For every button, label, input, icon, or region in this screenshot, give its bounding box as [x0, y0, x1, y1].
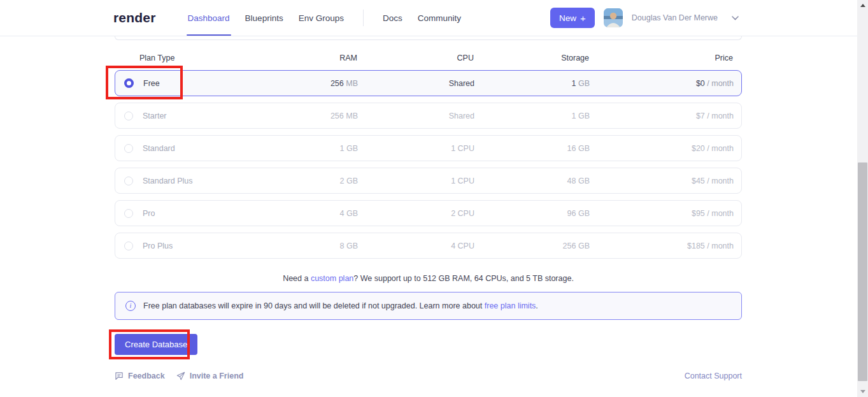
radio-unselected-icon[interactable]	[124, 177, 133, 185]
ram-value: 256	[331, 79, 344, 88]
scrollbar-down-arrow[interactable]	[857, 386, 868, 397]
ram-unit: GB	[346, 209, 358, 218]
info-icon: i	[125, 301, 136, 311]
plan-name: Free	[143, 79, 160, 88]
contact-support-link[interactable]: Contact Support	[685, 372, 742, 380]
cpu-value: Shared	[449, 79, 474, 88]
triangle-down-icon	[860, 390, 865, 393]
scrollbar-up-arrow[interactable]	[857, 0, 868, 11]
invite-friend-label: Invite a Friend	[190, 372, 244, 380]
price-value: $45	[692, 177, 705, 185]
price-unit: / month	[707, 177, 734, 185]
cpu-unit: CPU	[458, 177, 474, 185]
header-storage: Storage	[474, 54, 589, 62]
ram-unit: MB	[346, 112, 358, 120]
storage-value: 96	[567, 209, 576, 218]
plan-row-pro-plus[interactable]: Pro Plus 8 GB 4 CPU 256 GB $185 / month	[115, 233, 742, 259]
price-value: $185	[687, 242, 705, 250]
cpu-value: 4	[451, 242, 455, 250]
ram-unit: GB	[346, 177, 358, 185]
nav-link-docs[interactable]: Docs	[383, 13, 402, 23]
ram-unit: GB	[346, 242, 358, 250]
custom-plan-link[interactable]: custom plan	[311, 274, 353, 283]
plan-row-pro[interactable]: Pro 4 GB 2 CPU 96 GB $95 / month	[115, 200, 742, 226]
avatar-photo-placeholder	[604, 8, 623, 27]
storage-value: 1	[572, 79, 576, 88]
header-cpu: CPU	[357, 54, 474, 62]
new-button[interactable]: New +	[550, 8, 595, 28]
new-button-label: New	[559, 13, 576, 23]
price-value: $7	[696, 112, 705, 120]
radio-unselected-icon[interactable]	[124, 112, 133, 120]
price-value: $0	[696, 79, 705, 88]
storage-value: 48	[567, 177, 576, 185]
plan-row-standard-plus[interactable]: Standard Plus 2 GB 1 CPU 48 GB $45 / mon…	[115, 168, 742, 194]
feedback-label: Feedback	[128, 372, 165, 380]
header-ram: RAM	[243, 54, 357, 62]
plus-icon: +	[580, 13, 586, 24]
cpu-value: Shared	[449, 112, 474, 120]
plan-row-starter[interactable]: Starter 256 MB Shared 1 GB $7 / month	[115, 103, 742, 129]
nav-divider	[363, 10, 364, 26]
custom-plan-prefix: Need a	[283, 274, 311, 283]
header-price: Price	[589, 54, 733, 62]
nav-link-community[interactable]: Community	[418, 13, 461, 23]
price-unit: / month	[707, 209, 734, 218]
banner-text: Free plan databases will expire in 90 da…	[143, 301, 538, 310]
ram-unit: MB	[346, 79, 358, 88]
nav-tab-dashboard[interactable]: Dashboard	[188, 13, 230, 23]
banner-text-period: .	[536, 301, 537, 310]
vertical-scrollbar[interactable]	[857, 0, 868, 397]
radio-unselected-icon[interactable]	[124, 209, 133, 218]
render-logo[interactable]: render	[113, 10, 156, 25]
plan-name: Starter	[143, 112, 167, 120]
free-plan-info-banner: i Free plan databases will expire in 90 …	[115, 292, 742, 320]
storage-unit: GB	[578, 79, 590, 88]
price-value: $95	[692, 209, 705, 218]
cpu-value: 1	[451, 177, 455, 185]
page-footer: Feedback Invite a Friend Contact Support	[115, 372, 742, 380]
scrollbar-thumb[interactable]	[858, 162, 867, 381]
create-database-button[interactable]: Create Database	[115, 334, 197, 355]
custom-plan-suffix: ? We support up to 512 GB RAM, 64 CPUs, …	[353, 274, 574, 283]
header-plan-type: Plan Type	[124, 54, 243, 62]
plan-row-free[interactable]: Free 256 MB Shared 1 GB $0 / month	[115, 70, 742, 96]
storage-value: 256	[563, 242, 576, 250]
plan-row-standard[interactable]: Standard 1 GB 1 CPU 16 GB $20 / month	[115, 135, 742, 161]
invite-friend-button[interactable]: Invite a Friend	[176, 372, 244, 380]
cpu-unit: CPU	[458, 242, 474, 250]
storage-unit: GB	[578, 177, 590, 185]
cpu-value: 1	[451, 144, 455, 153]
triangle-up-icon	[860, 4, 865, 7]
cpu-unit: CPU	[458, 209, 474, 218]
ram-value: 2	[340, 177, 345, 185]
storage-unit: GB	[578, 144, 590, 153]
plan-name: Pro Plus	[143, 242, 173, 250]
price-value: $20	[692, 144, 705, 153]
radio-selected-icon[interactable]	[124, 78, 134, 88]
chevron-down-icon[interactable]	[732, 16, 739, 20]
top-navbar: render Dashboard Blueprints Env Groups D…	[0, 0, 857, 36]
nav-tab-blueprints[interactable]: Blueprints	[245, 13, 283, 23]
radio-unselected-icon[interactable]	[124, 144, 133, 153]
avatar[interactable]	[604, 8, 623, 27]
feedback-button[interactable]: Feedback	[115, 372, 165, 380]
plan-table: Free 256 MB Shared 1 GB $0 / month Start…	[115, 70, 742, 259]
radio-unselected-icon[interactable]	[124, 242, 133, 250]
banner-text-body: Free plan databases will expire in 90 da…	[143, 301, 485, 310]
price-unit: / month	[707, 79, 734, 88]
storage-unit: GB	[578, 112, 590, 120]
cpu-value: 2	[451, 209, 455, 218]
paper-plane-icon	[176, 372, 185, 380]
ram-value: 256	[331, 112, 344, 120]
user-name[interactable]: Douglas Van Der Merwe	[632, 13, 718, 22]
scrolled-card-bottom-edge	[115, 36, 742, 40]
ram-value: 8	[340, 242, 345, 250]
feedback-speech-bubble-icon	[115, 372, 124, 380]
nav-tab-env-groups[interactable]: Env Groups	[299, 13, 344, 23]
custom-plan-note: Need a custom plan? We support up to 512…	[115, 274, 742, 283]
storage-unit: GB	[578, 242, 590, 250]
ram-value: 1	[340, 144, 345, 153]
plan-table-header: Plan Type RAM CPU Storage Price	[115, 53, 742, 63]
free-plan-limits-link[interactable]: free plan limits	[485, 301, 536, 310]
